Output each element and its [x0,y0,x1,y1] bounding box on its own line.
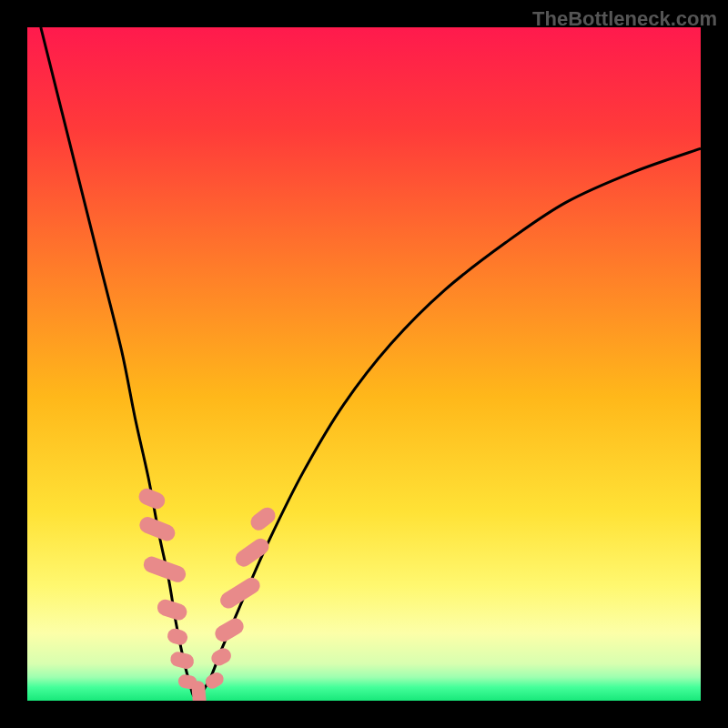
chart-container [27,27,701,701]
curve-marker [212,615,247,644]
curve-marker [169,651,196,671]
curve-layer [27,27,701,701]
bottleneck-curve [41,27,701,697]
curve-marker [166,627,189,647]
watermark-text: TheBottleneck.com [532,7,717,31]
curve-marker [191,681,207,701]
curve-marker [208,646,233,669]
curve-marker [232,535,272,570]
marker-group [136,486,278,701]
